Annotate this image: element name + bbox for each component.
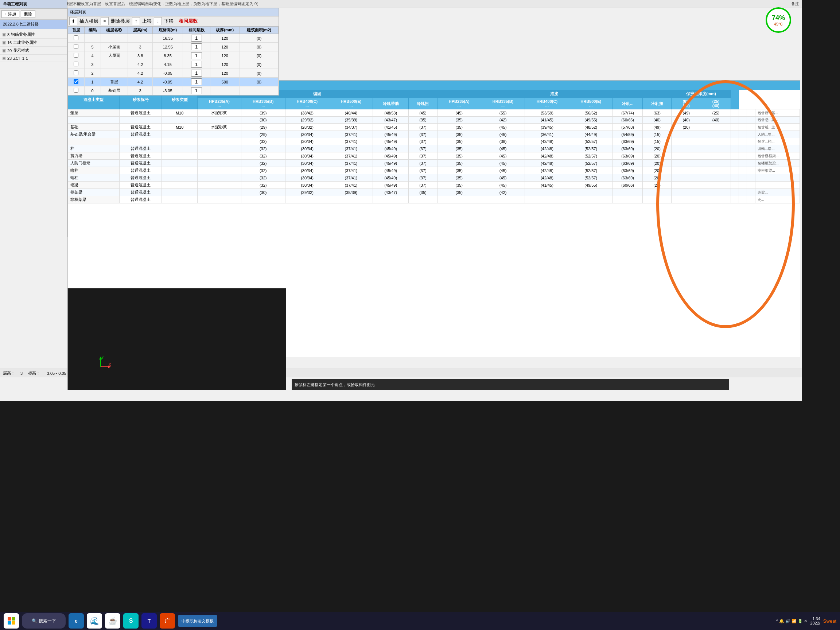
floor-checkbox-1[interactable] <box>74 44 78 49</box>
val-4-2[interactable]: (37/41) <box>329 138 373 145</box>
floor-checked-2[interactable] <box>68 51 85 60</box>
val-10-8[interactable]: (49/55) <box>569 182 613 189</box>
val-12-3[interactable] <box>373 196 409 204</box>
val-4-5[interactable]: (35) <box>437 138 481 145</box>
val-5-1[interactable]: (30/34) <box>285 145 329 152</box>
val-12-4[interactable] <box>408 196 437 204</box>
val-8-2[interactable]: (37/41) <box>329 167 373 174</box>
val-12-6[interactable] <box>481 196 525 204</box>
val-7-12[interactable] <box>701 160 731 167</box>
val-9-4[interactable]: (37) <box>408 174 437 182</box>
val-8-11[interactable] <box>671 167 701 174</box>
val-10-13[interactable] <box>731 182 739 189</box>
val-0-6[interactable]: (55) <box>481 109 525 117</box>
insert-floor-btn[interactable]: ⬆ <box>69 17 77 25</box>
floor-same-input-5[interactable] <box>191 78 202 85</box>
val-6-12[interactable] <box>701 152 731 160</box>
val-6-3[interactable]: (45/49) <box>373 152 409 160</box>
val-8-7[interactable]: (42/48) <box>525 167 569 174</box>
val-5-13[interactable] <box>731 145 739 152</box>
val-2-6[interactable]: (45) <box>481 123 525 131</box>
val-7-10[interactable]: (20) <box>643 160 671 167</box>
val-9-13[interactable] <box>731 174 739 182</box>
val-4-10[interactable]: (15) <box>643 138 671 145</box>
val-3-13[interactable] <box>731 131 739 138</box>
floor-checkbox-3[interactable] <box>74 62 78 66</box>
start-btn[interactable] <box>4 613 19 628</box>
val-9-2[interactable]: (37/41) <box>329 174 373 182</box>
val-3-12[interactable] <box>701 131 731 138</box>
floor-same-input-1[interactable] <box>191 43 202 50</box>
val-11-13[interactable] <box>731 189 739 196</box>
val-5-3[interactable]: (45/49) <box>373 145 409 152</box>
val-2-9[interactable]: (57/63) <box>613 123 643 131</box>
val-11-3[interactable]: (43/47) <box>373 189 409 196</box>
val-6-8[interactable]: (52/57) <box>569 152 613 160</box>
val-6-13[interactable] <box>731 152 739 160</box>
val-1-6[interactable]: (42) <box>481 117 525 123</box>
val-5-9[interactable]: (63/69) <box>613 145 643 152</box>
add-project-btn[interactable]: + 添加 <box>2 10 19 18</box>
val-12-7[interactable] <box>525 196 569 204</box>
val-12-0[interactable] <box>241 196 285 204</box>
val-11-4[interactable]: (35) <box>408 189 437 196</box>
val-5-4[interactable]: (37) <box>408 145 437 152</box>
val-7-6[interactable]: (45) <box>481 160 525 167</box>
val-8-10[interactable]: (20) <box>643 167 671 174</box>
val-3-9[interactable]: (54/59) <box>613 131 643 138</box>
val-1-8[interactable]: (49/55) <box>569 117 613 123</box>
floor-checked-4[interactable] <box>68 69 85 77</box>
taskbar-app-6[interactable]: 广 <box>160 613 175 628</box>
val-0-10[interactable]: (63) <box>643 109 671 117</box>
val-2-5[interactable]: (35) <box>437 123 481 131</box>
val-12-12[interactable] <box>701 196 731 204</box>
val-8-8[interactable]: (52/57) <box>569 167 613 174</box>
val-3-7[interactable]: (36/41) <box>525 131 569 138</box>
val-2-7[interactable]: (39/45) <box>525 123 569 131</box>
floor-same-5[interactable] <box>183 77 210 87</box>
delete-project-btn[interactable]: 删除 <box>21 10 35 18</box>
val-4-7[interactable]: (42/48) <box>525 138 569 145</box>
val-11-11[interactable] <box>671 189 701 196</box>
val-6-9[interactable]: (63/69) <box>613 152 643 160</box>
val-10-7[interactable]: (41/45) <box>525 182 569 189</box>
val-2-1[interactable]: (28/32) <box>285 123 329 131</box>
floor-same-0[interactable] <box>183 34 210 43</box>
val-4-3[interactable]: (45/49) <box>373 138 409 145</box>
floor-checked-5[interactable] <box>68 77 85 87</box>
val-11-2[interactable]: (35/39) <box>329 189 373 196</box>
val-8-5[interactable]: (35) <box>437 167 481 174</box>
floor-checked-1[interactable] <box>68 43 85 51</box>
val-9-1[interactable]: (30/34) <box>285 174 329 182</box>
val-10-0[interactable]: (32) <box>241 182 285 189</box>
val-8-0[interactable]: (32) <box>241 167 285 174</box>
val-4-1[interactable]: (30/34) <box>285 138 329 145</box>
val-8-13[interactable] <box>731 167 739 174</box>
val-10-3[interactable]: (45/49) <box>373 182 409 189</box>
val-12-11[interactable] <box>671 196 701 204</box>
search-box[interactable]: 🔍 搜索一下 <box>22 613 66 628</box>
val-0-9[interactable]: (67/74) <box>613 109 643 117</box>
val-1-9[interactable]: (60/66) <box>613 117 643 123</box>
val-0-3[interactable]: (48/53) <box>373 109 409 117</box>
val-8-3[interactable]: (45/49) <box>373 167 409 174</box>
floor-checkbox-4[interactable] <box>74 70 78 75</box>
val-0-12[interactable]: (25) <box>701 109 731 117</box>
val-10-5[interactable]: (35) <box>437 182 481 189</box>
val-0-11[interactable]: (49) <box>671 109 701 117</box>
val-5-12[interactable] <box>701 145 731 152</box>
up-floor-btn[interactable]: ↑ <box>132 17 140 25</box>
val-4-0[interactable]: (32) <box>241 138 285 145</box>
floor-row-2[interactable]: 4 大屋面 3.8 8.35 120 (0) <box>68 51 278 60</box>
floor-row-4[interactable]: 2 4.2 -0.05 120 (0) <box>68 69 278 77</box>
val-2-11[interactable]: (20) <box>671 123 701 131</box>
down-floor-btn[interactable]: ↓ <box>154 17 162 25</box>
val-1-3[interactable]: (43/47) <box>373 117 409 123</box>
val-2-12[interactable] <box>701 123 731 131</box>
floor-checked-0[interactable] <box>68 34 85 43</box>
floor-same-2[interactable] <box>183 51 210 60</box>
floor-same-1[interactable] <box>183 43 210 51</box>
val-4-8[interactable]: (52/57) <box>569 138 613 145</box>
val-1-11[interactable]: (40) <box>671 117 701 123</box>
val-5-8[interactable]: (52/57) <box>569 145 613 152</box>
